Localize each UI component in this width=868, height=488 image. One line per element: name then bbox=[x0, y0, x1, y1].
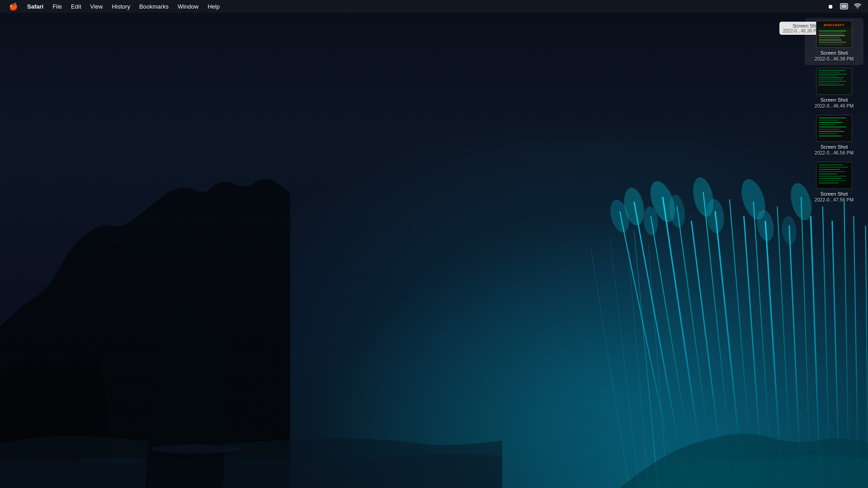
icon-label-3: Screen Shot 2022-0...46.56 PM bbox=[815, 144, 854, 156]
icon-thumbnail-2 bbox=[816, 68, 852, 95]
file-menu[interactable]: File bbox=[49, 2, 66, 11]
icon-label-2: Screen Shot 2022-0...46.46 PM bbox=[815, 97, 854, 109]
icon-name-3: Screen Shot bbox=[815, 144, 854, 150]
menubar-left: 🍎 Safari File Edit View History Bookmark… bbox=[5, 2, 223, 11]
app-name-menu[interactable]: Safari bbox=[24, 2, 47, 11]
icon-thumbnail-1: MINECRAFT bbox=[816, 21, 852, 48]
edit-menu[interactable]: Edit bbox=[67, 2, 85, 11]
desktop-icon-screenshot-3[interactable]: Screen Shot 2022-0...46.56 PM bbox=[805, 112, 863, 159]
menubar-widget-icon[interactable] bbox=[839, 1, 849, 11]
desktop-icons-container: Screen Shot 2022-0...46.38 PM MINECRAFT … bbox=[805, 18, 863, 206]
icon-sublabel-1: 2022-0...46.38 PM bbox=[815, 56, 854, 62]
icon-sublabel-4: 2022-0...47.56 PM bbox=[815, 197, 854, 203]
window-menu[interactable]: Window bbox=[174, 2, 202, 11]
bookmarks-menu[interactable]: Bookmarks bbox=[136, 2, 172, 11]
desktop-icon-screenshot-2[interactable]: Screen Shot 2022-0...46.46 PM bbox=[805, 65, 863, 112]
view-menu[interactable]: View bbox=[87, 2, 107, 11]
icon-label-1: Screen Shot 2022-0...46.38 PM bbox=[815, 50, 854, 62]
icon-name-4: Screen Shot bbox=[815, 191, 854, 197]
icon-thumbnail-4 bbox=[816, 162, 852, 189]
desktop-icon-screenshot-4[interactable]: Screen Shot 2022-0...47.56 PM bbox=[805, 159, 863, 206]
screen-record-icon[interactable]: ⏺ bbox=[826, 1, 835, 11]
apple-menu[interactable]: 🍎 bbox=[5, 2, 22, 11]
terminal-lines-4 bbox=[819, 164, 849, 183]
history-menu[interactable]: History bbox=[108, 2, 133, 11]
icon-label-4: Screen Shot 2022-0...47.56 PM bbox=[815, 191, 854, 203]
icon-name-1: Screen Shot bbox=[815, 50, 854, 56]
help-menu[interactable]: Help bbox=[204, 2, 223, 11]
svg-rect-40 bbox=[841, 5, 847, 8]
minecraft-logo: MINECRAFT bbox=[824, 23, 844, 27]
desktop-background bbox=[0, 0, 868, 488]
icon-name-2: Screen Shot bbox=[815, 97, 854, 103]
terminal-lines-3 bbox=[819, 117, 849, 136]
menubar-right: ⏺ bbox=[826, 1, 863, 11]
icon-sublabel-2: 2022-0...46.46 PM bbox=[815, 103, 854, 109]
thumbnail-content-1 bbox=[819, 30, 849, 45]
desktop-icon-screenshot-1[interactable]: Screen Shot 2022-0...46.38 PM MINECRAFT … bbox=[805, 18, 863, 65]
wifi-icon[interactable] bbox=[853, 1, 863, 11]
icon-thumbnail-3 bbox=[816, 115, 852, 142]
icon-sublabel-3: 2022-0...46.56 PM bbox=[815, 150, 854, 156]
menubar: 🍎 Safari File Edit View History Bookmark… bbox=[0, 0, 868, 13]
